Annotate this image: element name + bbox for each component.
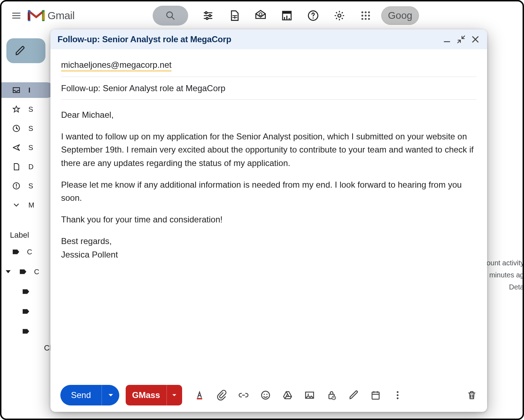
send-options-button[interactable] [102, 385, 119, 405]
star-icon [12, 105, 21, 114]
svg-point-14 [365, 15, 366, 16]
send-icon [12, 143, 21, 152]
more-vert-icon [392, 390, 403, 400]
lock-clock-icon [326, 390, 337, 400]
image-icon [304, 390, 315, 400]
compose-dialog: Follow-up: Senior Analyst role at MegaCo… [50, 29, 487, 412]
account-activity: ount activity minutes ag Deta [486, 257, 524, 293]
paperclip-icon [216, 390, 227, 400]
subject-field[interactable]: Follow-up: Senior Analyst role at MegaCo… [61, 77, 476, 100]
emoji-button[interactable] [260, 390, 271, 400]
nav-inbox[interactable]: I [1, 82, 55, 98]
svg-point-21 [16, 187, 17, 188]
label-item-5[interactable] [1, 324, 30, 339]
clock-icon [12, 124, 21, 133]
caret-icon [6, 269, 11, 274]
gmass-options-button[interactable] [167, 385, 182, 405]
schedule-button[interactable] [370, 390, 381, 400]
svg-rect-29 [372, 392, 379, 399]
settings-icon[interactable] [334, 10, 345, 21]
compose-button[interactable] [6, 38, 45, 63]
svg-point-10 [361, 11, 363, 13]
search-button[interactable] [153, 6, 188, 26]
recipient-chip[interactable]: michaeljones@megacorp.net [61, 60, 171, 71]
nav-starred[interactable]: S [1, 101, 55, 117]
image-button[interactable] [304, 390, 315, 400]
report-icon[interactable] [281, 10, 293, 21]
exit-fullscreen-button[interactable] [457, 35, 466, 44]
account-pill[interactable]: Goog [381, 6, 419, 25]
confidential-button[interactable] [326, 390, 337, 400]
envelope-at-icon[interactable] [255, 10, 266, 21]
nav-more[interactable]: M [1, 197, 55, 213]
gmail-wordmark: Gmail [48, 10, 75, 22]
gmass-button[interactable]: GMass [126, 385, 167, 405]
tune-icon[interactable] [202, 10, 214, 21]
inbox-icon [12, 86, 21, 94]
trash-icon [466, 390, 477, 400]
label-icon [12, 249, 20, 255]
drive-button[interactable] [282, 390, 293, 400]
file-icon [12, 162, 21, 171]
hamburger-icon [11, 11, 21, 21]
label-item-3[interactable] [1, 284, 30, 299]
svg-rect-6 [283, 11, 291, 14]
label-item-1[interactable]: C [1, 244, 32, 260]
nav-spam[interactable]: S [1, 178, 55, 194]
gmail-logo[interactable]: Gmail [28, 9, 75, 22]
svg-point-24 [266, 394, 267, 395]
apps-icon[interactable] [360, 10, 371, 21]
sidebar: I S S S D S M Label C C Clicks 48 [1, 30, 55, 419]
svg-point-12 [368, 11, 370, 13]
attach-button[interactable] [216, 390, 227, 400]
caret-down-icon [172, 393, 177, 398]
nav-sent[interactable]: S [1, 140, 55, 155]
compose-header[interactable]: Follow-up: Senior Analyst role at MegaCo… [50, 29, 487, 49]
minimize-icon [442, 35, 452, 44]
svg-point-11 [365, 11, 366, 13]
message-body[interactable]: Dear Michael, I wanted to follow up on m… [61, 100, 476, 261]
link-button[interactable] [238, 390, 249, 400]
svg-point-17 [365, 18, 366, 20]
svg-point-9 [338, 14, 341, 17]
close-icon [471, 35, 480, 44]
svg-point-32 [397, 397, 398, 399]
gmail-glyph-icon [28, 9, 45, 22]
pen-icon [348, 390, 359, 400]
nav-snoozed[interactable]: S [1, 121, 55, 136]
send-button[interactable]: Send [60, 385, 102, 405]
signature-button[interactable] [348, 390, 359, 400]
send-button-group: Send [60, 385, 119, 405]
label-item-2[interactable]: C [1, 264, 39, 280]
pencil-icon [15, 45, 26, 56]
drive-icon [282, 390, 293, 400]
main-menu-button[interactable] [8, 7, 25, 24]
svg-point-31 [397, 394, 398, 396]
sheet-icon[interactable] [229, 10, 240, 21]
more-options-button[interactable] [392, 390, 403, 400]
body-p1: I wanted to follow up on my application … [61, 130, 476, 170]
text-format-icon [194, 390, 205, 400]
link-icon [238, 390, 249, 400]
svg-point-22 [262, 391, 270, 399]
nav-drafts[interactable]: D [1, 159, 55, 175]
chevron-down-icon [12, 201, 21, 209]
body-p2: Please let me know if any additional inf… [61, 178, 476, 204]
compose-title: Follow-up: Senior Analyst role at MegaCo… [58, 34, 437, 44]
svg-point-3 [206, 17, 208, 20]
shrink-icon [457, 35, 466, 44]
discard-button[interactable] [466, 390, 477, 400]
body-signature: Jessica Pollent [61, 248, 476, 261]
formatting-button[interactable] [194, 390, 205, 400]
svg-point-18 [368, 18, 370, 20]
close-button[interactable] [471, 35, 480, 44]
subject-value: Follow-up: Senior Analyst role at MegaCo… [61, 83, 225, 93]
label-item-4[interactable] [1, 304, 30, 319]
to-field[interactable]: michaeljones@megacorp.net [61, 54, 476, 77]
svg-point-16 [361, 18, 363, 20]
help-icon[interactable] [307, 10, 319, 21]
svg-point-15 [368, 15, 370, 16]
minimize-button[interactable] [442, 35, 452, 44]
svg-point-2 [209, 15, 211, 17]
svg-point-30 [397, 391, 398, 393]
